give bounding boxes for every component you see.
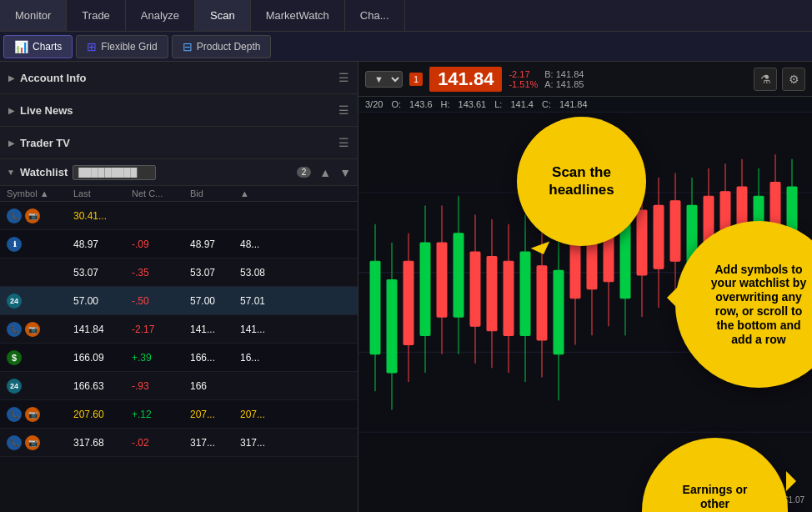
net-change: -.93 [132,380,190,392]
symbol-icon: 📞 [7,322,22,337]
col-netchange[interactable]: Net C... [132,188,190,198]
svg-rect-52 [670,201,680,261]
nav-tab-charts[interactable]: Cha... [345,0,405,31]
last-price: 48.97 [73,238,132,250]
trader-tv-header[interactable]: ▶ Trader TV ☰ [0,127,358,158]
chart-info-bar: ▼ 1 141.84 -2.17 -1.51% B: 141.84 A: 141… [358,62,812,97]
live-news-header[interactable]: ▶ Live News ☰ [0,94,358,126]
nav-tab-trade[interactable]: Trade [67,0,125,31]
sidebar: ▶ Account Info ☰ ▶ Live News ☰ ▶ Trader … [0,62,358,512]
watchlist-bubble-text: Add symbols to your watchlist by overwri… [711,263,806,347]
net-change: -.50 [132,295,190,307]
watchlist-arrow[interactable]: ▼ [7,168,15,177]
menu-icon[interactable]: ☰ [338,136,349,149]
symbol-cell: 📞 📷 [7,322,73,337]
nav-tab-marketwatch[interactable]: MarketWatch [251,0,345,31]
col-bid[interactable]: Bid [190,188,240,198]
col-symbol[interactable]: Symbol ▲ [7,188,73,198]
settings-button[interactable]: ⚙ [782,68,805,91]
chart-tools: ⚗ ⚙ [754,68,805,91]
symbol-dropdown[interactable]: ▼ [365,71,403,88]
table-row[interactable]: $ 166.09 +.39 166... 16... [0,344,358,372]
table-row[interactable]: 📞 📷 207.60 +.12 207... 207... [0,400,358,429]
ask-val: 53.08 [240,267,265,279]
table-row[interactable]: 24 166.63 -.93 166 [0,372,358,400]
nav-tab-monitor[interactable]: Monitor [0,0,67,31]
product-depth-button[interactable]: ⊟ Product Depth [172,35,272,58]
watchlist-down-arrow[interactable]: ▼ [339,166,351,179]
low-label: L: [494,99,502,109]
svg-rect-41 [403,261,414,344]
open-label: O: [391,99,401,109]
arrow-icon: ▶ [8,73,15,83]
main-container: ▶ Account Info ☰ ▶ Live News ☰ ▶ Trader … [0,62,812,512]
symbol-icon2: 📷 [25,322,40,337]
col-sort[interactable]: ▲ [240,188,265,198]
charts-button[interactable]: 📊 Charts [3,35,73,58]
last-price: 141.84 [73,324,132,335]
flask-button[interactable]: ⚗ [754,68,777,91]
top-nav: Monitor Trade Analyze Scan MarketWatch C… [0,0,812,32]
watchlist-badge: 2 [297,167,312,178]
ask-val: 141... [240,324,265,335]
col-last[interactable]: Last [73,188,132,198]
last-price: 53.07 [73,267,132,279]
ask-label: A: 141.85 [544,79,584,89]
bid-val: 166 [190,380,240,392]
bid-val: 166... [190,352,240,364]
table-row[interactable]: 📞 📷 141.84 -2.17 141... 141... [0,315,358,344]
product-depth-label: Product Depth [197,41,261,53]
svg-rect-43 [470,252,480,326]
symbol-icon2: 📷 [25,435,40,450]
bid-val: 141... [190,324,240,335]
net-change: +.12 [132,409,190,420]
symbol-cell: 📞 📷 [7,208,73,223]
table-row[interactable]: 📞 📷 317.68 -.02 317... 317... [0,429,358,457]
svg-rect-45 [504,261,514,335]
svg-rect-46 [537,266,547,340]
price-change-pct: -1.51% [509,79,538,89]
flexible-grid-button[interactable]: ⊞ Flexible Grid [76,35,168,58]
watchlist-name-input[interactable] [73,165,156,180]
svg-rect-16 [387,280,397,373]
open-val: 143.6 [409,99,433,109]
table-row[interactable]: 24 57.00 -.50 57.00 57.01 [0,287,358,315]
high-label: H: [441,99,450,109]
account-info-header[interactable]: ▶ Account Info ☰ [0,62,358,93]
last-price: 207.60 [73,409,132,420]
table-header: Symbol ▲ Last Net C... Bid ▲ [0,186,358,202]
price-change-value: -2.17 [509,69,538,79]
bid-ask-box: B: 141.84 A: 141.85 [544,69,584,89]
arrow-icon: ▶ [8,138,15,148]
svg-rect-17 [420,243,430,335]
menu-icon[interactable]: ☰ [338,103,349,117]
low-val: 141.4 [510,99,534,109]
symbol-cell: 📞 📷 [7,407,73,422]
symbol-icon2: 📷 [25,407,40,422]
charts-label: Charts [33,41,62,53]
chart-area[interactable]: $1.07 Scan the headlines Add symbols to … [358,113,812,512]
arrow-icon: ▶ [8,106,15,115]
symbol-cell: $ [7,350,73,365]
last-price: 317.68 [73,437,132,449]
ask-val: 48... [240,238,265,250]
watchlist-up-arrow[interactable]: ▲ [319,166,331,179]
bid-val: 48.97 [190,238,240,250]
nav-tab-analyze[interactable]: Analyze [126,0,195,31]
svg-rect-18 [454,233,464,317]
ohlc-bar: 3/20 O: 143.6 H: 143.61 L: 141.4 C: 141.… [358,97,812,113]
watchlist-table: 📞 📷 30.41... ℹ 48.97 -.09 48.97 48... [0,202,358,512]
table-row[interactable]: 53.07 -.35 53.07 53.08 [0,259,358,287]
table-row[interactable]: 📞 📷 30.41... [0,202,358,230]
menu-icon[interactable]: ☰ [338,71,349,84]
live-news-section: ▶ Live News ☰ [0,94,358,127]
high-val: 143.61 [459,99,487,109]
nav-tab-scan[interactable]: Scan [195,0,251,31]
symbol-cell: 24 [7,379,73,394]
watchlist-header: ▼ Watchlist 2 ▲ ▼ [0,159,358,186]
charts-icon: 📊 [14,40,28,53]
bid-val: 57.00 [190,295,240,307]
symbol-icon: 📞 [7,435,22,450]
table-row[interactable]: ℹ 48.97 -.09 48.97 48... [0,230,358,259]
svg-rect-50 [637,210,647,275]
